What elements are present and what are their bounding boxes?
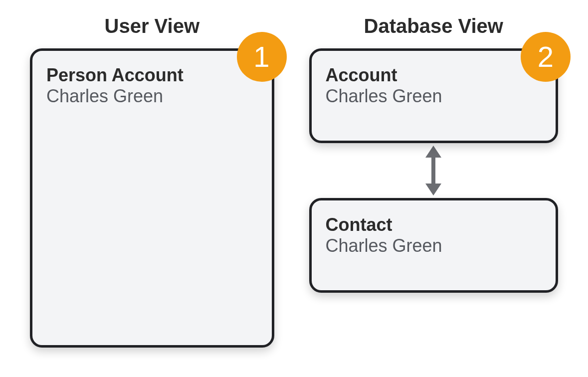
contact-title: Contact xyxy=(326,214,542,235)
user-view-column: User View 1 Person Account Charles Green xyxy=(30,15,274,348)
person-account-title: Person Account xyxy=(46,65,258,85)
database-view-column: Database View 2 Account Charles Green Co… xyxy=(309,15,559,348)
database-view-header: Database View xyxy=(309,15,559,37)
user-view-header: User View xyxy=(30,15,274,37)
account-subtitle: Charles Green xyxy=(326,85,542,107)
person-account-card: 1 Person Account Charles Green xyxy=(30,48,274,348)
svg-marker-0 xyxy=(425,146,441,195)
bidirectional-arrow-icon xyxy=(309,143,559,198)
account-card: 2 Account Charles Green xyxy=(309,48,559,143)
contact-card: Contact Charles Green xyxy=(309,198,559,293)
badge-2: 2 xyxy=(521,32,571,82)
account-title: Account xyxy=(326,65,542,85)
contact-subtitle: Charles Green xyxy=(326,235,542,256)
person-account-subtitle: Charles Green xyxy=(46,85,258,107)
badge-1: 1 xyxy=(237,32,287,82)
diagram-container: User View 1 Person Account Charles Green… xyxy=(0,0,588,368)
